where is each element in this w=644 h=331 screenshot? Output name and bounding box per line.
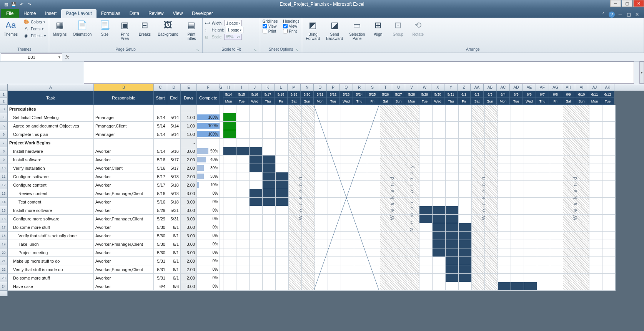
gantt-cell[interactable]: [354, 181, 367, 189]
gantt-cell[interactable]: [315, 248, 328, 257]
gantt-cell[interactable]: [498, 147, 511, 156]
header-days[interactable]: Days: [181, 91, 197, 105]
gantt-cell[interactable]: [419, 206, 433, 215]
cell-complete[interactable]: 0%: [197, 215, 220, 223]
gantt-cell[interactable]: [393, 156, 406, 164]
cell-complete[interactable]: [197, 105, 220, 113]
row-header[interactable]: 15: [0, 206, 8, 215]
gantt-cell[interactable]: [223, 223, 236, 232]
cell-days[interactable]: 3.00: [181, 248, 197, 257]
gantt-cell[interactable]: [498, 206, 511, 215]
gantt-cell[interactable]: [537, 223, 550, 232]
gantt-cell[interactable]: [263, 156, 276, 164]
gantt-cell[interactable]: [472, 156, 485, 164]
gantt-cell[interactable]: [354, 248, 367, 257]
gantt-cell[interactable]: [328, 105, 341, 113]
cell-task[interactable]: Prerequisites: [8, 105, 94, 113]
gantt-cell[interactable]: [328, 181, 341, 189]
gantt-cell[interactable]: [380, 282, 393, 291]
date-header[interactable]: 5/21: [314, 91, 327, 98]
date-header[interactable]: 5/29: [418, 91, 431, 98]
row-header[interactable]: 4: [0, 113, 8, 122]
gantt-cell[interactable]: [459, 156, 472, 164]
width-spinner[interactable]: 1 page▾: [224, 20, 242, 26]
gantt-cell[interactable]: [459, 240, 472, 248]
gantt-cell[interactable]: [419, 189, 433, 198]
gantt-cell[interactable]: [485, 147, 498, 156]
cell-days[interactable]: 2.00: [181, 274, 197, 282]
gantt-cell[interactable]: [537, 147, 550, 156]
cell-task[interactable]: Make up more stuff to do: [8, 257, 94, 265]
col-header-I[interactable]: I: [235, 84, 248, 91]
cell-start[interactable]: 5/30: [154, 223, 167, 232]
gantt-cell[interactable]: [406, 113, 419, 122]
dow-header[interactable]: Thu: [261, 98, 275, 105]
cell-end[interactable]: [167, 105, 181, 113]
gantt-cell[interactable]: [223, 232, 236, 240]
gantt-cell[interactable]: [289, 274, 302, 282]
dow-header[interactable]: Wed: [340, 98, 353, 105]
gantt-cell[interactable]: [236, 113, 250, 122]
gantt-cell[interactable]: [328, 139, 341, 147]
spacer[interactable]: [220, 156, 223, 164]
gantt-cell[interactable]: [537, 282, 550, 291]
gantt-cell[interactable]: [276, 248, 289, 257]
header-end[interactable]: End: [167, 91, 181, 105]
gantt-cell[interactable]: [236, 282, 250, 291]
gantt-cell[interactable]: [289, 206, 302, 215]
cell-complete[interactable]: 0%: [197, 248, 220, 257]
gantt-cell[interactable]: [236, 105, 250, 113]
gantt-cell[interactable]: [446, 206, 459, 215]
gantt-cell[interactable]: [576, 265, 589, 274]
cell-complete[interactable]: 0%: [197, 223, 220, 232]
gantt-cell[interactable]: [589, 274, 602, 282]
gantt-cell[interactable]: [367, 122, 380, 130]
gantt-cell[interactable]: [498, 139, 511, 147]
row-header[interactable]: 5: [0, 122, 8, 130]
gantt-cell[interactable]: [550, 113, 563, 122]
gantt-cell[interactable]: [354, 274, 367, 282]
gantt-cell[interactable]: [472, 181, 485, 189]
gantt-cell[interactable]: [433, 248, 446, 257]
gantt-cell[interactable]: [302, 105, 315, 113]
row-header[interactable]: 24: [0, 282, 8, 291]
gantt-cell[interactable]: [328, 156, 341, 164]
cell-task[interactable]: Install hardware: [8, 147, 94, 156]
gantt-cell[interactable]: [302, 223, 315, 232]
gantt-cell[interactable]: [315, 274, 328, 282]
gantt-cell[interactable]: [406, 198, 419, 206]
gantt-cell[interactable]: [550, 232, 563, 240]
gantt-cell[interactable]: [602, 223, 616, 232]
gantt-cell[interactable]: [223, 113, 236, 122]
date-header[interactable]: 5/26: [379, 91, 392, 98]
spacer[interactable]: [220, 139, 223, 147]
rotate-button[interactable]: ⟲Rotate: [409, 18, 426, 37]
col-header-N[interactable]: N: [301, 84, 314, 91]
gantt-cell[interactable]: [302, 198, 315, 206]
gantt-cell[interactable]: [511, 206, 524, 215]
row-header[interactable]: 12: [0, 181, 8, 189]
gantt-cell[interactable]: [576, 105, 589, 113]
gantt-cell[interactable]: [602, 172, 616, 181]
gantt-cell[interactable]: [550, 172, 563, 181]
cell-task[interactable]: Verify installation: [8, 164, 94, 172]
gantt-cell[interactable]: [563, 274, 576, 282]
gantt-cell[interactable]: [537, 215, 550, 223]
gantt-cell[interactable]: [589, 172, 602, 181]
gantt-cell[interactable]: [589, 139, 602, 147]
row-header[interactable]: 16: [0, 215, 8, 223]
fx-icon[interactable]: fx: [65, 55, 69, 60]
gantt-cell[interactable]: [511, 265, 524, 274]
cell-complete[interactable]: 30%: [197, 164, 220, 172]
date-header[interactable]: 5/19: [288, 91, 301, 98]
gantt-cell[interactable]: [263, 257, 276, 265]
gantt-cell[interactable]: [459, 113, 472, 122]
gantt-cell[interactable]: [250, 274, 263, 282]
gantt-cell[interactable]: [263, 240, 276, 248]
cell-responsible[interactable]: Aworker: [94, 206, 154, 215]
gantt-cell[interactable]: [367, 189, 380, 198]
minimize-ribbon-icon[interactable]: ˄: [600, 12, 606, 18]
gantt-cell[interactable]: [602, 215, 616, 223]
cell-task[interactable]: Verify that stuff is made up: [8, 265, 94, 274]
spacer[interactable]: [220, 257, 223, 265]
